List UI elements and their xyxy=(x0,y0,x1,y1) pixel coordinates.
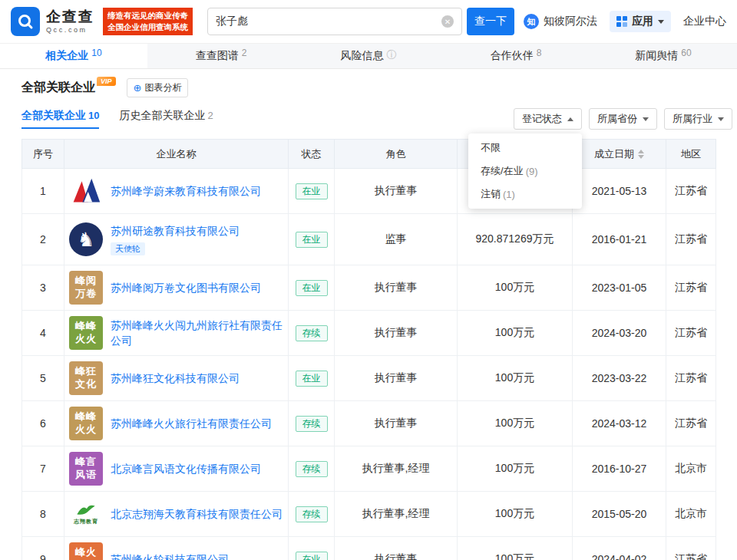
company-name-link[interactable]: 北京志翔海天教育科技有限责任公司 xyxy=(111,506,283,522)
enterprise-center-link[interactable]: 企业中心 xyxy=(683,15,726,28)
subtab-history-related[interactable]: 历史全部关联企业2 xyxy=(119,109,213,129)
role-cell: 执行董事,经理 xyxy=(335,446,458,492)
company-logo[interactable]: 峰火 轮 xyxy=(69,542,103,560)
tab-count: 10 xyxy=(91,48,101,58)
slogan-line-1: 缔造有远见的商业传奇 xyxy=(107,10,188,21)
company-name-link[interactable]: 苏州峰阅万卷文化图书有限公司 xyxy=(111,280,261,295)
status-badge: 存续 xyxy=(296,461,328,477)
page: 企查查 Qcc.com 缔造有远见的商业传奇 全国企业信用查询系统 ✕ 查一下 … xyxy=(0,0,737,560)
status-badge: 在业 xyxy=(296,183,328,199)
chart-analysis-label: 图表分析 xyxy=(144,81,181,94)
company-logo[interactable]: 峰峰 火火 xyxy=(69,316,103,350)
chevron-down-icon xyxy=(658,20,664,24)
apps-label: 应用 xyxy=(632,15,653,28)
qcc-logo-icon xyxy=(11,7,40,36)
capital-cell: 100万元 xyxy=(458,356,573,401)
row-index: 2 xyxy=(22,214,64,265)
company-name-link[interactable]: 苏州研途教育科技有限公司 xyxy=(111,225,240,237)
page-title: 全部关联企业 xyxy=(21,80,95,96)
tab-risk-info[interactable]: 风险信息 ⓘ xyxy=(295,44,442,68)
search-button[interactable]: 查一下 xyxy=(467,8,514,35)
company-logo[interactable]: ♞ xyxy=(69,222,103,256)
capital-cell: 100万元 xyxy=(458,311,573,356)
tab-label: 相关企业 xyxy=(45,49,88,63)
company-name-link[interactable]: 苏州峰火轮科技有限公司 xyxy=(111,552,229,560)
brand-domain: Qcc.com xyxy=(46,27,94,35)
sort-icon[interactable] xyxy=(638,150,644,159)
tab-partners[interactable]: 合作伙伴 8 xyxy=(442,44,590,68)
dropdown-option-unlimited[interactable]: 不限 xyxy=(468,137,582,160)
region-cell: 江苏省 xyxy=(666,311,716,356)
tab-graph[interactable]: 查查图谱 2 xyxy=(147,44,295,68)
filter-province-button[interactable]: 所属省份 xyxy=(589,108,657,130)
content: 全部关联企业 VIP ⊕ 图表分析 全部关联企业10 历史全部关联企业2 登记状… xyxy=(0,78,737,560)
table-row: 3 峰阅 万卷 苏州峰阅万卷文化图书有限公司 在业 执行董事 100万元 202… xyxy=(22,265,716,311)
role-cell: 监事 xyxy=(335,214,458,265)
date-cell: 2015-05-20 xyxy=(573,492,666,537)
qcc-logo[interactable]: 企查查 Qcc.com xyxy=(11,7,94,36)
section-title-row: 全部关联企业 VIP ⊕ 图表分析 xyxy=(21,78,716,97)
option-count: (1) xyxy=(503,189,515,200)
company-name-link[interactable]: 北京峰言风语文化传播有限公司 xyxy=(111,461,261,476)
dropdown-option-active[interactable]: 存续/在业(9) xyxy=(468,160,582,183)
date-cell: 2024-04-02 xyxy=(573,537,666,560)
capital-cell: 100万元 xyxy=(458,265,573,311)
slogan-line-2: 全国企业信用查询系统 xyxy=(107,21,188,33)
subtab-all-related[interactable]: 全部关联企业10 xyxy=(21,109,99,129)
chart-analysis-button[interactable]: ⊕ 图表分析 xyxy=(127,78,189,97)
header: 企查查 Qcc.com 缔造有远见的商业传奇 全国企业信用查询系统 ✕ 查一下 … xyxy=(0,0,737,43)
header-date-label: 成立日期 xyxy=(594,148,634,160)
status-badge: 存续 xyxy=(296,416,328,432)
table-row: 4 峰峰 火火 苏州峰峰火火闯九州旅行社有限责任公司 存续 执行董事 100万元… xyxy=(22,311,716,356)
header-region: 地区 xyxy=(666,140,716,169)
company-name-link[interactable]: 苏州峰学蔚来教育科技有限公司 xyxy=(111,183,261,199)
search-input[interactable] xyxy=(216,15,441,28)
company-logo[interactable]: 峰狂 文化 xyxy=(69,361,103,395)
zhibi-alpha-link[interactable]: 知 知彼阿尔法 xyxy=(524,14,597,29)
filter-status-button[interactable]: 登记状态 xyxy=(514,108,582,130)
brand-text: 企查查 Qcc.com xyxy=(46,9,94,35)
region-cell: 江苏省 xyxy=(666,265,716,311)
role-cell: 执行董事 xyxy=(335,356,458,401)
role-cell: 执行董事 xyxy=(335,401,458,446)
logo-text-line: 火火 xyxy=(75,333,97,346)
table-header-row: 序号 企业名称 状态 角色 注册资本 成立日期 地区 xyxy=(22,140,716,169)
tab-news[interactable]: 新闻舆情 60 xyxy=(590,44,737,68)
region-cell: 江苏省 xyxy=(666,169,716,214)
date-cell: 2023-03-22 xyxy=(573,356,666,401)
header-role: 角色 xyxy=(335,140,458,169)
company-logo[interactable] xyxy=(69,174,103,208)
company-logo[interactable]: 峰阅 万卷 xyxy=(69,271,103,305)
tab-count: 60 xyxy=(681,48,691,58)
logo-text-line: 峰峰 xyxy=(75,320,97,333)
date-cell: 2024-03-20 xyxy=(573,311,666,356)
dropdown-option-cancelled[interactable]: 注销(1) xyxy=(468,183,582,206)
option-count: (9) xyxy=(526,166,538,177)
filter-industry-button[interactable]: 所属行业 xyxy=(664,108,732,130)
status-filter-wrap: 登记状态 不限 存续/在业(9) 注销(1) xyxy=(514,108,582,130)
magnifier-glyph xyxy=(16,12,35,31)
tab-related-companies[interactable]: 相关企业 10 xyxy=(0,44,147,68)
company-name-link[interactable]: 苏州峰狂文化科技有限公司 xyxy=(111,371,240,386)
header-name: 企业名称 xyxy=(64,140,289,169)
funding-badge: 天使轮 xyxy=(111,242,145,255)
region-cell: 江苏省 xyxy=(666,537,716,560)
date-cell: 2016-10-27 xyxy=(573,446,666,492)
company-logo[interactable]: 峰言 风语 xyxy=(69,452,103,486)
logo-text-line: 峰言 xyxy=(75,456,97,469)
caret-down-icon xyxy=(643,117,649,121)
main-tabbar: 相关企业 10 查查图谱 2 风险信息 ⓘ 合作伙伴 8 新闻舆情 60 xyxy=(0,43,737,69)
capital-cell: 100万元 xyxy=(458,492,573,537)
row-index: 6 xyxy=(22,401,64,446)
status-badge: 在业 xyxy=(296,232,328,248)
role-cell: 执行董事 xyxy=(335,169,458,214)
logo-text-line: 火火 xyxy=(75,423,97,436)
company-logo[interactable]: 峰峰 火火 xyxy=(69,407,103,440)
company-name-link[interactable]: 苏州峰峰火火闯九州旅行社有限责任公司 xyxy=(111,318,283,349)
apps-menu-button[interactable]: 应用 xyxy=(610,11,671,32)
clear-search-icon[interactable]: ✕ xyxy=(441,15,454,28)
subtabs: 全部关联企业10 历史全部关联企业2 xyxy=(21,109,213,129)
company-logo[interactable]: 志翔教育 xyxy=(69,497,103,531)
company-name-link[interactable]: 苏州峰峰火火旅行社有限责任公司 xyxy=(111,416,272,431)
header-status: 状态 xyxy=(289,140,335,169)
